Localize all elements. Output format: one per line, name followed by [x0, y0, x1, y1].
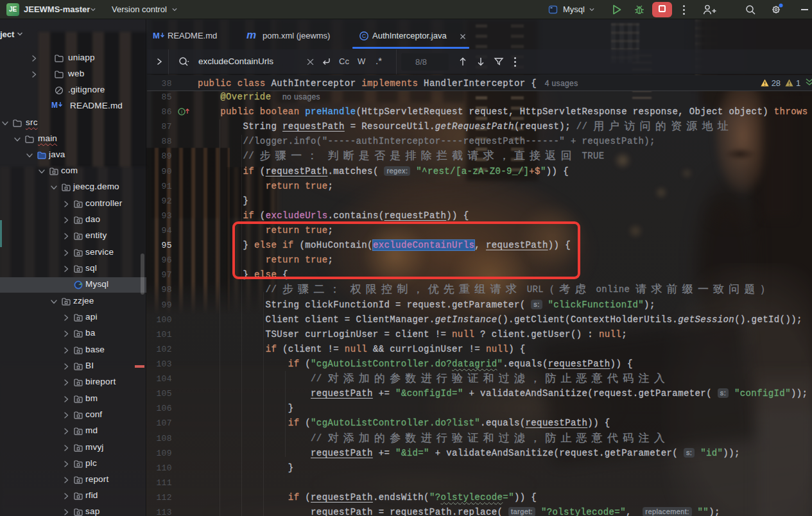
- svg-text:I: I: [181, 109, 182, 115]
- svg-text:C: C: [362, 33, 366, 39]
